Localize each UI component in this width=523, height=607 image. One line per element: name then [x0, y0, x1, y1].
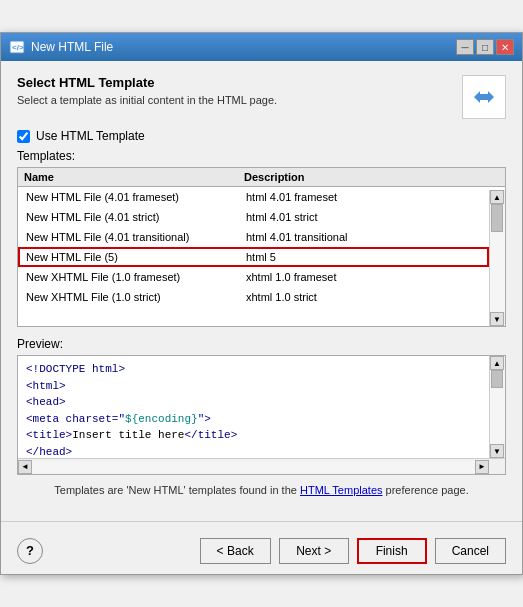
row-desc: xhtml 1.0 strict [246, 291, 481, 303]
preview-code: <!DOCTYPE html> <html> <head> <meta char… [18, 356, 489, 458]
row-name: New HTML File (4.01 strict) [26, 211, 246, 223]
code-tag: <title> [26, 429, 72, 441]
code-tag: <head> [26, 396, 66, 408]
code-tag: <meta charset= [26, 413, 118, 425]
row-name: New HTML File (4.01 frameset) [26, 191, 246, 203]
cancel-button[interactable]: Cancel [435, 538, 506, 564]
preview-line: <html> [26, 378, 481, 395]
html-template-icon [462, 75, 506, 119]
preview-vscrollbar[interactable]: ▲ ▼ [489, 356, 505, 458]
next-button[interactable]: Next > [279, 538, 349, 564]
templates-container: Name Description New HTML File (4.01 fra… [17, 167, 506, 327]
hint-text-after: preference page. [383, 484, 469, 496]
row-name: New HTML File (4.01 transitional) [26, 231, 246, 243]
scroll-track [490, 204, 505, 312]
row-name: New XHTML File (1.0 strict) [26, 291, 246, 303]
table-row[interactable]: New XHTML File (1.0 frameset) xhtml 1.0 … [18, 267, 489, 287]
table-row[interactable]: New XHTML File (1.0 strict) xhtml 1.0 st… [18, 287, 489, 307]
svg-marker-2 [474, 91, 494, 103]
hint-text-before: Templates are 'New HTML' templates found… [54, 484, 300, 496]
use-template-row: Use HTML Template [17, 129, 506, 143]
row-desc: html 4.01 frameset [246, 191, 481, 203]
hint-text-area: Templates are 'New HTML' templates found… [17, 483, 506, 498]
preview-vscroll-track [490, 370, 505, 444]
preview-line: </head> [26, 444, 481, 459]
finish-button[interactable]: Finish [357, 538, 427, 564]
row-desc: html 4.01 transitional [246, 231, 481, 243]
preview-line: <!DOCTYPE html> [26, 361, 481, 378]
window-icon: </> [9, 39, 25, 55]
preview-label: Preview: [17, 337, 506, 351]
templates-scrollbar[interactable]: ▲ ▼ [489, 190, 505, 326]
preview-inner: <!DOCTYPE html> <html> <head> <meta char… [18, 356, 505, 458]
title-bar: </> New HTML File ─ □ ✕ [1, 33, 522, 61]
preview-container: <!DOCTYPE html> <html> <head> <meta char… [17, 355, 506, 475]
preview-scroll-up[interactable]: ▲ [490, 356, 504, 370]
minimize-button[interactable]: ─ [456, 39, 474, 55]
dialog-subtitle: Select a template as initial content in … [17, 94, 277, 106]
preview-hscroll-right[interactable]: ► [475, 460, 489, 474]
close-button[interactable]: ✕ [496, 39, 514, 55]
preview-hscroll-track [32, 461, 475, 473]
code-string: "${encoding}" [118, 413, 204, 425]
maximize-button[interactable]: □ [476, 39, 494, 55]
use-template-label[interactable]: Use HTML Template [36, 129, 145, 143]
preview-scroll-down[interactable]: ▼ [490, 444, 504, 458]
table-row-selected[interactable]: New HTML File (5) html 5 [18, 247, 489, 267]
preview-line: <meta charset="${encoding}"> [26, 411, 481, 428]
templates-list[interactable]: New HTML File (4.01 frameset) html 4.01 … [18, 187, 505, 307]
window-controls: ─ □ ✕ [456, 39, 514, 55]
preview-line: <title>Insert title here</title> [26, 427, 481, 444]
table-row[interactable]: New HTML File (4.01 frameset) html 4.01 … [18, 187, 489, 207]
divider [1, 521, 522, 522]
table-row[interactable]: New HTML File (4.01 transitional) html 4… [18, 227, 489, 247]
title-bar-left: </> New HTML File [9, 39, 113, 55]
window-title: New HTML File [31, 40, 113, 54]
scroll-down-button[interactable]: ▼ [490, 312, 504, 326]
code-tag: <html> [26, 380, 66, 392]
header-text: Select HTML Template Select a template a… [17, 75, 277, 118]
use-template-checkbox[interactable] [17, 130, 30, 143]
html-icon-svg [470, 83, 498, 111]
dialog-title: Select HTML Template [17, 75, 277, 90]
svg-text:</>: </> [12, 43, 24, 52]
dialog-content: Select HTML Template Select a template a… [1, 61, 522, 510]
code-tag: > [204, 413, 211, 425]
table-row[interactable]: New HTML File (4.01 strict) html 4.01 st… [18, 207, 489, 227]
templates-table-header: Name Description [18, 168, 505, 187]
preview-hscrollbar[interactable]: ◄ ► [18, 458, 505, 474]
templates-section-label: Templates: [17, 149, 506, 163]
row-name: New XHTML File (1.0 frameset) [26, 271, 246, 283]
code-tag: </title> [184, 429, 237, 441]
scroll-up-button[interactable]: ▲ [490, 190, 504, 204]
back-button[interactable]: < Back [200, 538, 271, 564]
row-desc: html 5 [246, 251, 481, 263]
preview-line: <head> [26, 394, 481, 411]
row-name: New HTML File (5) [26, 251, 246, 263]
row-desc: html 4.01 strict [246, 211, 481, 223]
column-name-header: Name [24, 171, 244, 183]
code-tag: </head> [26, 446, 72, 458]
html-templates-link[interactable]: HTML Templates [300, 484, 383, 496]
preview-hscroll-left[interactable]: ◄ [18, 460, 32, 474]
help-button[interactable]: ? [17, 538, 43, 564]
dialog-window: </> New HTML File ─ □ ✕ Select HTML Temp… [0, 32, 523, 574]
preview-vscroll-thumb[interactable] [491, 370, 503, 388]
column-desc-header: Description [244, 171, 483, 183]
code-text: Insert title here [72, 429, 184, 441]
code-tag: <!DOCTYPE html> [26, 363, 125, 375]
scroll-thumb[interactable] [491, 204, 503, 232]
row-desc: xhtml 1.0 frameset [246, 271, 481, 283]
button-row: ? < Back Next > Finish Cancel [1, 532, 522, 574]
